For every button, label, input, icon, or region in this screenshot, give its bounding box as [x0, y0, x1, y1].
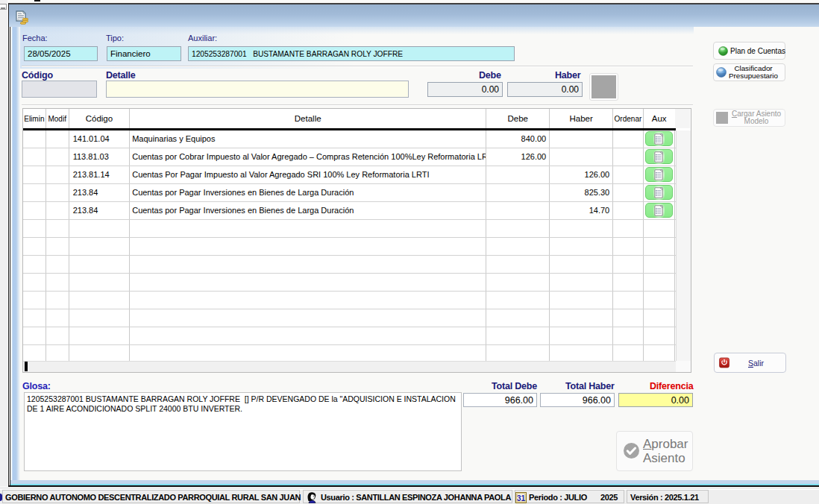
svg-text:31: 31: [517, 494, 526, 503]
